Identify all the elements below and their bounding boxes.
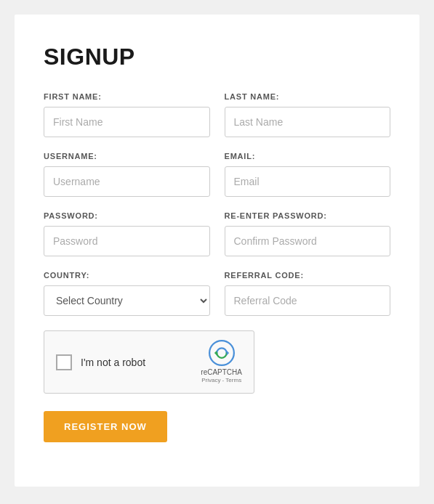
referral-code-label: REFERRAL CODE: [225, 271, 391, 280]
referral-code-group: REFERRAL CODE: [225, 271, 391, 316]
confirm-password-label: RE-ENTER PASSWORD: [225, 211, 391, 220]
svg-marker-1 [226, 351, 228, 356]
signup-form-container: SIGNUP FIRST NAME: LAST NAME: USERNAME: … [15, 15, 419, 487]
country-select[interactable]: Select Country United States United King… [44, 285, 210, 316]
country-referral-row: COUNTRY: Select Country United States Un… [44, 271, 390, 316]
country-label: COUNTRY: [44, 271, 210, 280]
confirm-password-input[interactable] [225, 226, 391, 256]
recaptcha-label: I'm not a robot [81, 357, 145, 368]
name-row: FIRST NAME: LAST NAME: [44, 92, 390, 137]
password-label: PASSWORD: [44, 211, 210, 220]
recaptcha-brand-text: reCAPTCHA Privacy - Terms [201, 367, 242, 384]
referral-code-input[interactable] [225, 285, 391, 316]
recaptcha-widget[interactable]: I'm not a robot reCAPTCHA Privacy - Term… [44, 330, 254, 394]
email-group: EMAIL: [225, 152, 391, 197]
register-button[interactable]: REGISTER NOW [44, 411, 167, 442]
email-input[interactable] [225, 166, 391, 197]
password-row: PASSWORD: RE-ENTER PASSWORD: [44, 211, 390, 256]
recaptcha-checkbox[interactable] [56, 354, 72, 370]
last-name-input[interactable] [225, 107, 391, 137]
last-name-label: LAST NAME: [225, 92, 391, 101]
page-title: SIGNUP [44, 44, 390, 70]
recaptcha-left: I'm not a robot [56, 354, 145, 370]
username-email-row: USERNAME: EMAIL: [44, 152, 390, 197]
password-group: PASSWORD: [44, 211, 210, 256]
username-group: USERNAME: [44, 152, 210, 197]
first-name-group: FIRST NAME: [44, 92, 210, 137]
password-input[interactable] [44, 226, 210, 256]
email-label: EMAIL: [225, 152, 391, 160]
first-name-label: FIRST NAME: [44, 92, 210, 101]
first-name-input[interactable] [44, 107, 210, 137]
username-label: USERNAME: [44, 152, 210, 160]
svg-point-0 [209, 341, 234, 365]
username-input[interactable] [44, 166, 210, 197]
recaptcha-logo-icon [209, 340, 235, 366]
country-group: COUNTRY: Select Country United States Un… [44, 271, 210, 316]
confirm-password-group: RE-ENTER PASSWORD: [225, 211, 391, 256]
svg-marker-2 [214, 351, 217, 356]
recaptcha-right: reCAPTCHA Privacy - Terms [201, 340, 242, 384]
last-name-group: LAST NAME: [225, 92, 391, 137]
